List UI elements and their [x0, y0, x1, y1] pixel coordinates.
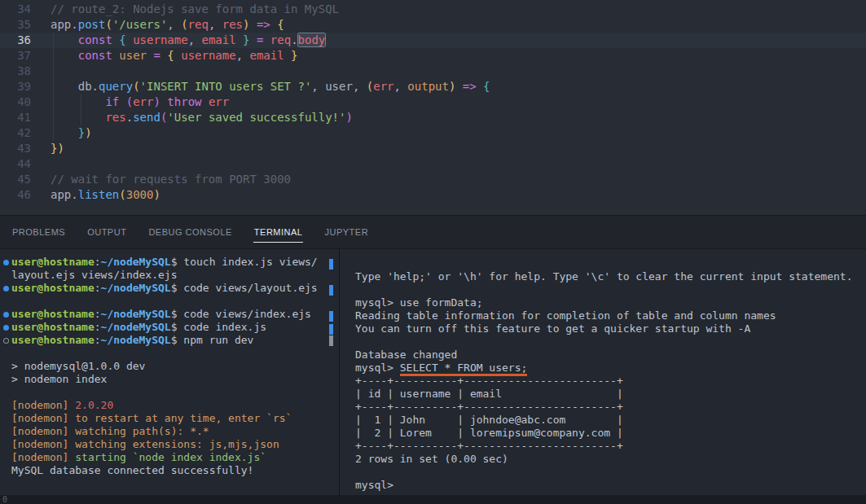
code-editor[interactable]: 34// route_2: Nodejs save form data in M…: [0, 0, 866, 216]
token: ,: [311, 80, 325, 93]
terminal-line: mysql> SELECT * FROM users;: [355, 362, 866, 375]
terminal-line: layout.ejs views/index.ejs: [11, 269, 339, 282]
terminal-line: 2 rows in set (0.00 sec): [355, 453, 866, 466]
token: (: [133, 80, 139, 93]
code-line[interactable]: 43}): [0, 141, 866, 156]
token: listen: [78, 188, 120, 201]
token: query: [99, 80, 133, 93]
token: 'User saved successfully!': [167, 111, 345, 124]
token: [250, 33, 257, 46]
token: npm run dev: [183, 334, 253, 346]
tab-output[interactable]: OUTPUT: [86, 216, 127, 248]
token: $: [171, 282, 184, 294]
line-number: 46: [0, 187, 31, 203]
tab-problems[interactable]: PROBLEMS: [11, 216, 66, 248]
terminal-line: user@hostname:~/nodeMySQL$ touch index.j…: [11, 256, 339, 269]
token: starting `node index index.js`: [75, 451, 266, 463]
editor-lines: 34// route_2: Nodejs save form data in M…: [0, 2, 866, 203]
token: $: [171, 308, 184, 320]
terminal-line: user@hostname:~/nodeMySQL$ npm run dev: [11, 334, 339, 347]
token: 2.0.20: [75, 399, 113, 411]
code-line[interactable]: 39 db.query('INSERT INTO users SET ?', u…: [0, 79, 866, 94]
code-text: app.post('/users', (req, res) => {: [51, 18, 284, 31]
terminal-left-pane[interactable]: user@hostname:~/nodeMySQL$ touch index.j…: [0, 249, 340, 495]
token: }: [291, 49, 297, 62]
code-text: // route_2: Nodejs save form data in MyS…: [51, 2, 339, 15]
token: username: [181, 49, 235, 62]
token: [nodemon] watching extensions: js,mjs,js…: [11, 438, 279, 450]
code-text: }): [51, 142, 64, 155]
token: user: [119, 49, 147, 62]
token: ): [153, 95, 160, 108]
token: $: [171, 334, 184, 346]
token: }: [78, 126, 85, 139]
terminal-line: [11, 386, 339, 399]
token: post: [78, 18, 106, 31]
token: app.: [51, 18, 78, 31]
token: layout.ejs views/index.ejs: [11, 269, 178, 281]
code-line[interactable]: 44: [0, 156, 866, 172]
token: | 1 | John | johndoe@abc.com |: [355, 414, 623, 426]
token: (: [105, 18, 112, 31]
indent-guide: [53, 33, 54, 141]
token: [455, 80, 462, 93]
terminal-line: [11, 477, 339, 490]
code-line[interactable]: 36 const { username, email } = req.body: [0, 33, 866, 48]
token: if: [105, 95, 119, 108]
token: [nodemon]: [11, 399, 75, 411]
code-line[interactable]: 42 }): [0, 125, 866, 141]
terminal-line: Database changed: [355, 348, 866, 362]
command-decoration-icon[interactable]: [3, 325, 9, 331]
command-decoration-icon[interactable]: [3, 338, 9, 344]
command-decoration-icon[interactable]: [3, 312, 9, 318]
token: ~/nodeMySQL: [101, 321, 171, 333]
token: [nodemon] to restart at any time, enter …: [11, 412, 292, 424]
token: [284, 49, 291, 62]
panel-tabs: PROBLEMSOUTPUTDEBUG CONSOLETERMINALJUPYT…: [0, 216, 866, 249]
terminal-line: +----+----------+-----------------------…: [355, 440, 866, 453]
token: =>: [257, 18, 270, 31]
code-text: res.send('User saved successfully!'): [51, 111, 353, 124]
token: user@hostname: [11, 282, 95, 294]
token: .: [126, 111, 133, 124]
token: ~/nodeMySQL: [101, 282, 171, 294]
terminal-line: [nodemon] starting `node index index.js`: [11, 451, 339, 464]
terminal-split: user@hostname:~/nodeMySQL$ touch index.j…: [0, 249, 866, 495]
code-text: // wait for requests from PORT 3000: [51, 173, 291, 186]
terminal-line: [nodemon] 2.0.20: [11, 399, 339, 412]
token: +----+----------+-----------------------…: [355, 401, 623, 413]
token: email: [250, 49, 284, 62]
token: err: [209, 95, 229, 108]
terminal-line: [11, 295, 339, 308]
code-line[interactable]: 45// wait for requests from PORT 3000: [0, 172, 866, 187]
code-line[interactable]: 46app.listen(3000): [0, 187, 866, 203]
line-number: 41: [0, 110, 31, 125]
token: [nodemon] watching path(s): *.*: [11, 425, 209, 437]
code-line[interactable]: 41 res.send('User saved successfully!'): [0, 110, 866, 125]
overview-ruler-mark: [329, 335, 333, 346]
terminal-line: user@hostname:~/nodeMySQL$ code index.js: [11, 321, 339, 334]
code-line[interactable]: 34// route_2: Nodejs save form data in M…: [0, 2, 866, 17]
token: ,: [188, 33, 202, 46]
code-line[interactable]: 35app.post('/users', (req, res) => {: [0, 17, 866, 33]
token: err: [133, 95, 153, 108]
command-decoration-icon[interactable]: [3, 286, 9, 291]
tab-jupyter[interactable]: JUPYTER: [323, 216, 369, 248]
token: (: [367, 80, 373, 93]
terminal-line: user@hostname:~/nodeMySQL$ code views/la…: [11, 282, 339, 295]
terminal-line: [11, 347, 339, 360]
terminal-line: | id | username | email |: [355, 388, 866, 401]
token: > nodemysql@1.0.0 dev: [11, 360, 145, 372]
terminal-right-pane[interactable]: Type 'help;' or '\h' for help. Type '\c'…: [340, 249, 866, 495]
tab-debug-console[interactable]: DEBUG CONSOLE: [147, 216, 232, 248]
tab-terminal[interactable]: TERMINAL: [253, 216, 304, 248]
token: +----+----------+-----------------------…: [355, 375, 623, 387]
code-line[interactable]: 40 if (err) throw err: [0, 94, 866, 110]
code-line[interactable]: 37 const user = { username, email }: [0, 48, 866, 64]
line-number: 37: [0, 48, 31, 64]
token: [119, 95, 125, 108]
code-text: const { username, email } = req.body: [51, 33, 325, 46]
code-line[interactable]: 38: [0, 64, 866, 79]
selected-word: body: [298, 33, 326, 46]
command-decoration-icon[interactable]: [3, 260, 9, 265]
